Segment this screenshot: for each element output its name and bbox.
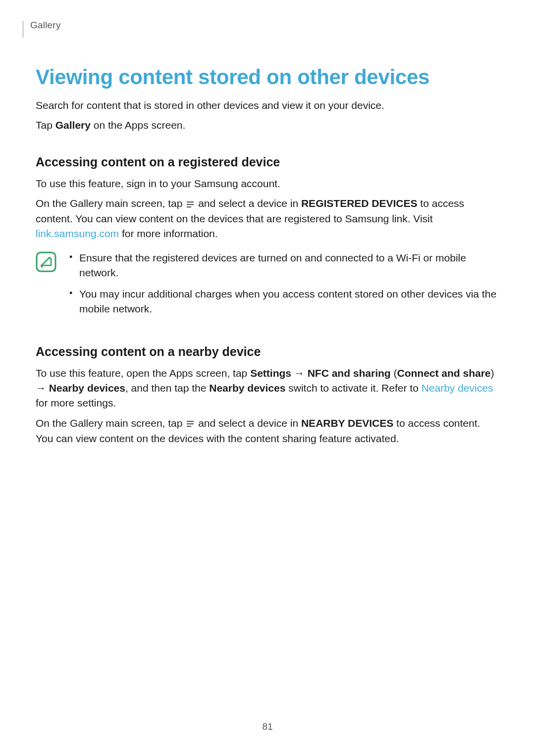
text: and select a device in [195, 417, 301, 429]
menu-icon [186, 198, 194, 212]
link-nearby-devices[interactable]: Nearby devices [422, 382, 493, 394]
note-list: Ensure that the registered devices are t… [67, 251, 499, 323]
breadcrumb-wrap: Gallery [23, 21, 499, 38]
arrow: → [291, 367, 308, 379]
section1-p2: On the Gallery main screen, tap and sele… [36, 196, 499, 242]
svg-rect-5 [187, 421, 194, 422]
intro-paragraph-2: Tap Gallery on the Apps screen. [36, 118, 499, 133]
bold-text: Nearby devices [209, 382, 285, 394]
svg-rect-1 [187, 204, 194, 205]
intro-paragraph-1: Search for content that is stored in oth… [36, 98, 499, 113]
page-content: Gallery Viewing content stored on other … [0, 0, 535, 446]
menu-icon [186, 417, 194, 432]
link-samsung[interactable]: link.samsung.com [36, 228, 119, 239]
bold-text: NFC and sharing [308, 367, 391, 379]
bold-text: NEARBY DEVICES [301, 417, 393, 429]
svg-rect-2 [187, 206, 191, 207]
text: Tap [36, 119, 55, 131]
bold-text: Gallery [55, 119, 91, 131]
bold-text: Connect and share [397, 367, 490, 379]
breadcrumb: Gallery [30, 20, 61, 31]
svg-rect-6 [187, 423, 194, 424]
bold-text: Settings [250, 367, 291, 379]
bold-text: Nearby devices [49, 382, 125, 394]
text: and select a device in [195, 198, 301, 209]
text: for more settings. [36, 397, 116, 408]
note-icon [36, 252, 56, 274]
svg-rect-3 [37, 252, 55, 271]
text: On the Gallery main screen, tap [36, 417, 185, 429]
text: on the Apps screen. [91, 119, 185, 131]
text: for more information. [119, 228, 218, 239]
bold-text: REGISTERED DEVICES [301, 198, 418, 209]
section1-p1: To use this feature, sign in to your Sam… [36, 176, 499, 191]
text: To use this feature, open the Apps scree… [36, 367, 250, 379]
svg-rect-0 [187, 202, 194, 202]
section2-p2: On the Gallery main screen, tap and sele… [36, 416, 499, 446]
page-number: 81 [0, 721, 535, 732]
subheading-registered: Accessing content on a registered device [36, 155, 499, 169]
note-item: Ensure that the registered devices are t… [67, 251, 499, 281]
page-title: Viewing content stored on other devices [36, 65, 499, 89]
note-item: You may incur additional charges when yo… [67, 287, 499, 317]
arrow: → [36, 382, 49, 394]
text: ) [491, 367, 494, 379]
section2-p1: To use this feature, open the Apps scree… [36, 366, 499, 411]
text: switch to activate it. Refer to [285, 382, 421, 394]
subheading-nearby: Accessing content on a nearby device [36, 345, 499, 359]
text: , and then tap the [125, 382, 209, 394]
text: On the Gallery main screen, tap [36, 198, 185, 209]
note-block: Ensure that the registered devices are t… [36, 251, 499, 323]
svg-rect-7 [187, 426, 191, 427]
text: ( [391, 367, 397, 379]
